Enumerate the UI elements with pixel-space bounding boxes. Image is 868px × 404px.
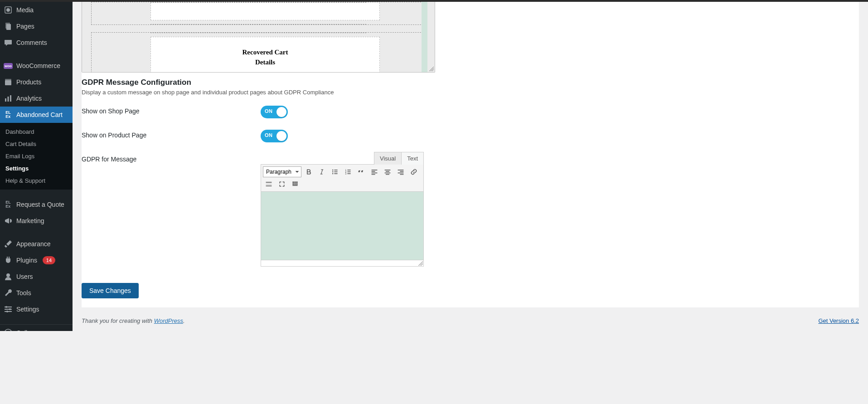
template-recovered-block[interactable]: Recovered Cart Details (150, 37, 380, 72)
svg-rect-7 (8, 97, 9, 102)
svg-rect-46 (296, 181, 297, 183)
editor-tab-text[interactable]: Text (401, 152, 424, 165)
align-right-icon[interactable] (395, 166, 407, 177)
sidebar-item-quote: ELEx Request a Quote (0, 196, 73, 213)
sidebar-item-plugins: Plugins 14 (0, 252, 73, 268)
svg-point-9 (6, 273, 10, 277)
sidebar-label: Pages (16, 22, 34, 30)
svg-rect-48 (294, 183, 296, 185)
sliders-icon (4, 305, 13, 314)
align-left-icon[interactable] (369, 166, 380, 177)
sidebar-separator (0, 53, 73, 55)
svg-rect-8 (10, 95, 11, 102)
editor-content[interactable] (261, 192, 424, 260)
megaphone-icon (4, 216, 13, 225)
svg-rect-6 (5, 98, 6, 102)
label-gdpr-message: GDPR for Message (82, 152, 261, 275)
elx-icon: ELEx (4, 200, 13, 209)
svg-rect-33 (385, 170, 391, 170)
svg-rect-36 (386, 174, 389, 175)
sidebar-label: Comments (16, 39, 47, 47)
sidebar-label: Collapse menu (16, 329, 58, 331)
submenu-help[interactable]: Help & Support (0, 175, 73, 187)
sidebar-label: Marketing (16, 217, 44, 225)
footer-wordpress-link[interactable]: WordPress (154, 317, 183, 324)
svg-rect-43 (266, 184, 272, 185)
admin-footer: Thank you for creating with WordPress. G… (73, 307, 868, 331)
submenu-settings[interactable]: Settings (0, 162, 73, 175)
svg-text:3: 3 (345, 173, 347, 175)
sidebar-label: WooCommerce (16, 62, 60, 70)
gdpr-message-editor: Visual Text Paragraph (261, 152, 424, 267)
submenu-email-logs[interactable]: Email Logs (0, 150, 73, 162)
editor-format-select[interactable]: Paragraph (263, 166, 301, 177)
toolbar-toggle-icon[interactable] (289, 179, 301, 190)
align-center-icon[interactable] (382, 166, 393, 177)
sidebar-separator (0, 320, 73, 322)
plugins-update-badge: 14 (43, 256, 55, 264)
svg-rect-21 (334, 171, 337, 172)
wrench-icon (4, 288, 13, 297)
submenu-dashboard[interactable]: Dashboard (0, 126, 73, 138)
sidebar-item-comments: Comments (0, 34, 73, 51)
svg-point-18 (332, 171, 333, 172)
save-changes-button[interactable]: Save Changes (82, 283, 139, 298)
svg-rect-39 (398, 173, 404, 174)
elx-icon: ELEx (4, 110, 13, 119)
label-show-product: Show on Product Page (82, 128, 261, 152)
svg-rect-37 (398, 170, 404, 170)
svg-rect-28 (347, 173, 350, 174)
section-title-gdpr: GDPR Message Configuration (82, 78, 435, 87)
toggle-on-label: ON (265, 108, 273, 114)
svg-rect-3 (6, 24, 11, 30)
italic-icon[interactable] (316, 166, 328, 177)
fullscreen-icon[interactable] (276, 179, 288, 190)
bullet-list-icon[interactable] (329, 166, 341, 177)
sidebar-item-analytics: Analytics (0, 90, 73, 107)
svg-rect-30 (372, 171, 375, 172)
svg-rect-44 (292, 181, 294, 183)
toggle-show-product[interactable]: ON (261, 130, 288, 142)
footer-get-version-link[interactable]: Get Version 6.2 (818, 317, 859, 324)
resize-handle-icon[interactable] (418, 261, 423, 266)
svg-rect-29 (372, 170, 378, 170)
sidebar-label: Media (16, 6, 34, 14)
svg-rect-20 (334, 170, 337, 170)
svg-rect-32 (372, 174, 375, 175)
toggle-show-shop[interactable]: ON (261, 106, 288, 118)
sidebar-label: Request a Quote (16, 200, 64, 209)
sidebar-label: Settings (16, 305, 39, 313)
admin-sidebar: Media Pages Comments woo WooCommerc (0, 2, 73, 331)
svg-point-14 (9, 308, 11, 310)
numbered-list-icon[interactable]: 123 (342, 166, 354, 177)
svg-point-13 (5, 306, 7, 308)
svg-point-15 (6, 311, 8, 312)
link-icon[interactable] (408, 166, 420, 177)
submenu-cart-details[interactable]: Cart Details (0, 138, 73, 150)
svg-rect-38 (400, 171, 403, 172)
svg-rect-35 (385, 173, 391, 174)
svg-rect-47 (292, 183, 294, 185)
sidebar-collapse: Collapse menu (0, 324, 73, 331)
svg-point-0 (6, 8, 10, 12)
plugin-icon (4, 256, 13, 265)
sidebar-label: Plugins (16, 256, 37, 264)
email-template-editor[interactable]: Recovered Cart Details (82, 2, 435, 73)
editor-toolbar: Paragraph 123 (261, 164, 424, 192)
editor-tab-visual[interactable]: Visual (374, 152, 402, 165)
collapse-icon (4, 328, 13, 331)
svg-rect-31 (372, 173, 378, 174)
sidebar-separator (0, 192, 73, 194)
comments-icon (4, 38, 13, 47)
svg-rect-4 (5, 80, 11, 85)
sidebar-item-pages: Pages (0, 18, 73, 34)
sidebar-separator (0, 231, 73, 234)
svg-rect-22 (334, 173, 337, 174)
svg-point-17 (332, 170, 333, 170)
section-desc-gdpr: Display a custom message on shop page an… (82, 89, 435, 96)
resize-handle-icon[interactable] (429, 67, 434, 71)
insert-more-icon[interactable] (263, 179, 275, 190)
svg-rect-26 (347, 170, 350, 170)
blockquote-icon[interactable] (355, 166, 367, 177)
bold-icon[interactable] (303, 166, 315, 177)
